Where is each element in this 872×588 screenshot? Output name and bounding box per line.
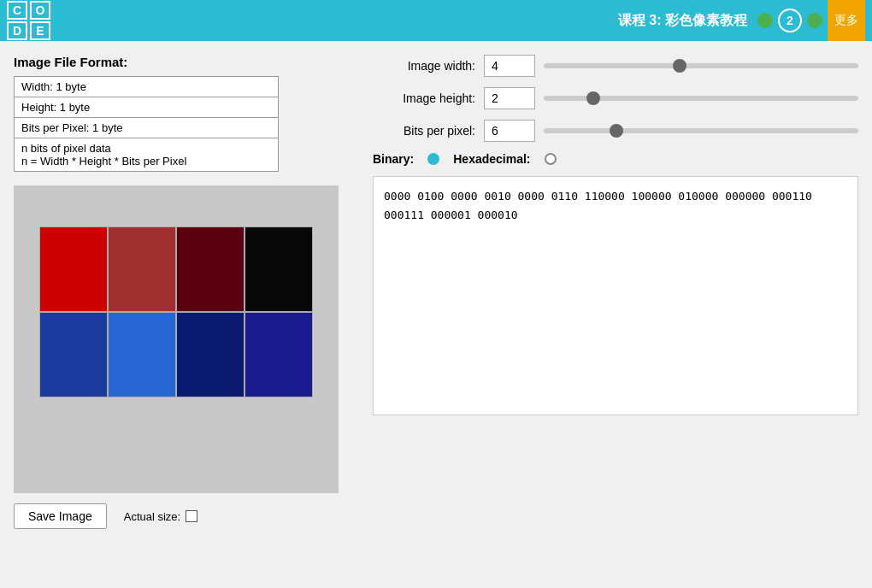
binary-output: 0000 0100 0000 0010 0000 0110 110000 100… — [373, 176, 858, 415]
main-content: Image File Format: Width: 1 byte Height:… — [0, 41, 872, 588]
page-title: 课程 3: 彩色像素教程 — [618, 12, 747, 30]
logo-c: C — [7, 1, 27, 20]
left-panel: Image File Format: Width: 1 byte Height:… — [0, 41, 359, 588]
logo-o: O — [30, 1, 50, 20]
logo: C O D E — [7, 1, 51, 40]
image-width-slider[interactable] — [544, 63, 858, 68]
badge-number: 2 — [778, 9, 802, 32]
dot-right — [807, 13, 822, 28]
right-panel: Image width: Image height: Bits per pixe… — [359, 41, 872, 588]
image-height-slider[interactable] — [544, 96, 858, 101]
format-block: Width: 1 byte Height: 1 byte Bits per Pi… — [14, 76, 279, 172]
image-width-input[interactable] — [484, 55, 535, 77]
bits-per-pixel-slider-container — [544, 128, 858, 133]
hexadecimal-radio[interactable] — [545, 153, 557, 165]
bits-per-pixel-row: Bits per pixel: — [373, 120, 858, 142]
image-height-row: Image height: — [373, 87, 858, 109]
actual-size-checkbox[interactable] — [186, 510, 197, 522]
image-width-label: Image width: — [373, 59, 475, 73]
binary-hex-row: Binary: Hexadecimal: — [373, 152, 858, 166]
dot-left — [757, 13, 773, 28]
header: C O D E 课程 3: 彩色像素教程 2 更多 — [0, 0, 872, 41]
save-area: Save Image Actual size: — [14, 503, 345, 529]
image-height-input[interactable] — [484, 87, 535, 109]
pixel-data-line1: n bits of pixel data — [21, 142, 271, 155]
pixel-cell[interactable] — [245, 226, 313, 312]
image-width-row: Image width: — [373, 55, 858, 77]
pixel-cell[interactable] — [108, 226, 176, 312]
width-row: Width: 1 byte — [15, 77, 278, 97]
bits-per-pixel-input[interactable] — [484, 120, 535, 142]
bpp-row: Bits per Pixel: 1 byte — [15, 118, 278, 138]
image-width-slider-container — [544, 63, 858, 68]
pixel-cell[interactable] — [108, 312, 176, 397]
pixel-cell[interactable] — [245, 312, 313, 397]
binary-radio-selected[interactable] — [427, 153, 439, 165]
binary-label: Binary: — [373, 152, 414, 166]
image-canvas-area — [14, 185, 339, 493]
pixel-grid — [39, 226, 313, 397]
save-image-button[interactable]: Save Image — [14, 503, 107, 529]
more-button[interactable]: 更多 — [828, 0, 865, 41]
image-height-slider-container — [544, 96, 858, 101]
height-row: Height: 1 byte — [15, 97, 278, 118]
actual-size-label: Actual size: — [124, 510, 197, 523]
badge-container: 2 — [757, 9, 822, 32]
bits-per-pixel-slider[interactable] — [544, 128, 858, 133]
file-format-title: Image File Format: — [14, 55, 345, 69]
image-height-label: Image height: — [373, 91, 475, 105]
hexadecimal-label: Hexadecimal: — [453, 152, 530, 166]
pixel-cell[interactable] — [176, 312, 245, 397]
pixel-data-box: n bits of pixel data n = Width * Height … — [15, 138, 278, 171]
bits-per-pixel-label: Bits per pixel: — [373, 124, 475, 138]
logo-d: D — [7, 21, 27, 40]
pixel-cell[interactable] — [39, 226, 108, 312]
pixel-cell[interactable] — [176, 226, 245, 312]
pixel-data-line2: n = Width * Height * Bits per Pixel — [21, 155, 271, 168]
logo-e: E — [30, 21, 50, 40]
pixel-cell[interactable] — [39, 312, 108, 397]
